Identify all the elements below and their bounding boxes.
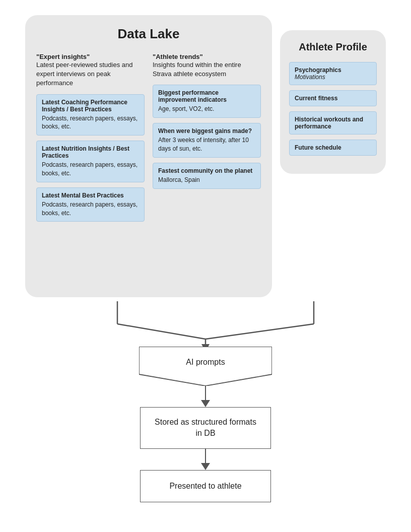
ai-prompts-label: AI prompts bbox=[139, 347, 272, 378]
trend-card-3-title: Fastest community on the planet bbox=[158, 167, 255, 174]
top-section: Data Lake "Expert insights" Latest peer-… bbox=[15, 15, 396, 297]
trend-card-1-body: Age, sport, VO2, etc. bbox=[158, 105, 255, 113]
expert-insights-column: "Expert insights" Latest peer-reviewed s… bbox=[36, 53, 145, 227]
convergence-arrows-svg bbox=[24, 301, 387, 352]
expert-insights-header: "Expert insights" Latest peer-reviewed s… bbox=[36, 53, 145, 88]
ai-prompts-box-container: AI prompts bbox=[139, 347, 272, 386]
expert-insights-description: Latest peer-reviewed studies and expert … bbox=[36, 60, 145, 88]
arrow-line-2 bbox=[205, 449, 206, 463]
expert-insights-heading: "Expert insights" bbox=[36, 53, 145, 60]
profile-card-fitness: Current fitness bbox=[289, 90, 377, 106]
expert-card-2: Latest Nutrition Insights / Best Practic… bbox=[36, 141, 145, 182]
data-lake-columns: "Expert insights" Latest peer-reviewed s… bbox=[36, 53, 261, 227]
presented-label: Presented to athlete bbox=[169, 482, 241, 491]
athlete-trends-heading: "Athlete trends" bbox=[153, 53, 261, 60]
arrow-line-1 bbox=[205, 386, 206, 400]
arrow-head-1 bbox=[201, 400, 210, 407]
athlete-profile-title: Athlete Profile bbox=[289, 41, 377, 53]
db-label: Stored as structured formats in DB bbox=[151, 417, 260, 439]
expert-card-3-title: Latest Mental Best Practices bbox=[42, 192, 139, 199]
data-lake-title: Data Lake bbox=[36, 26, 261, 42]
athlete-trends-description: Insights found within the entire Strava … bbox=[153, 60, 261, 79]
ai-prompts-section: AI prompts Stored as structured formats … bbox=[139, 347, 272, 502]
svg-line-1 bbox=[117, 324, 206, 339]
expert-card-3-body: Podcasts, research papers, essays, books… bbox=[42, 201, 139, 218]
profile-card-psychographics: Psychographics Motivations bbox=[289, 62, 377, 85]
profile-fitness-title: Current fitness bbox=[295, 95, 371, 102]
trend-card-3-body: Mallorca, Spain bbox=[158, 176, 255, 184]
expert-card-3: Latest Mental Best Practices Podcasts, r… bbox=[36, 187, 145, 222]
arrow-to-athlete bbox=[201, 449, 210, 470]
page: Data Lake "Expert insights" Latest peer-… bbox=[0, 0, 411, 532]
profile-psychographics-title: Psychographics bbox=[295, 66, 371, 74]
trend-card-1-title: Biggest performance improvement indicato… bbox=[158, 89, 255, 103]
profile-card-schedule: Future schedule bbox=[289, 140, 377, 156]
arrow-head-2 bbox=[201, 463, 210, 470]
athlete-trends-column: "Athlete trends" Insights found within t… bbox=[153, 53, 261, 227]
expert-card-2-body: Podcasts, research papers, essays, books… bbox=[42, 161, 139, 178]
athlete-profile-box: Athlete Profile Psychographics Motivatio… bbox=[280, 30, 386, 174]
athlete-trends-header: "Athlete trends" Insights found within t… bbox=[153, 53, 261, 79]
arrow-to-db bbox=[201, 386, 210, 407]
expert-card-1-body: Podcasts, research papers, essays, books… bbox=[42, 114, 139, 131]
trend-card-2-body: After 3 weeks of intensity, after 10 day… bbox=[158, 136, 255, 153]
data-lake-box: Data Lake "Expert insights" Latest peer-… bbox=[25, 15, 272, 297]
trend-card-2-title: When were biggest gains made? bbox=[158, 127, 255, 135]
arrows-section bbox=[15, 301, 396, 352]
presented-box: Presented to athlete bbox=[140, 470, 271, 502]
expert-card-1-title: Latest Coaching Performance Insights / B… bbox=[42, 99, 139, 113]
trend-card-3: Fastest community on the planet Mallorca… bbox=[153, 163, 261, 189]
profile-schedule-title: Future schedule bbox=[295, 144, 371, 151]
trend-card-1: Biggest performance improvement indicato… bbox=[153, 85, 261, 118]
profile-historical-title: Historical workouts and performance bbox=[295, 116, 371, 130]
profile-psychographics-subtitle: Motivations bbox=[295, 74, 371, 81]
svg-line-3 bbox=[206, 324, 314, 339]
expert-card-2-title: Latest Nutrition Insights / Best Practic… bbox=[42, 145, 139, 159]
trend-card-2: When were biggest gains made? After 3 we… bbox=[153, 123, 261, 158]
expert-card-1: Latest Coaching Performance Insights / B… bbox=[36, 94, 145, 136]
db-box: Stored as structured formats in DB bbox=[140, 407, 271, 449]
profile-card-historical: Historical workouts and performance bbox=[289, 111, 377, 135]
